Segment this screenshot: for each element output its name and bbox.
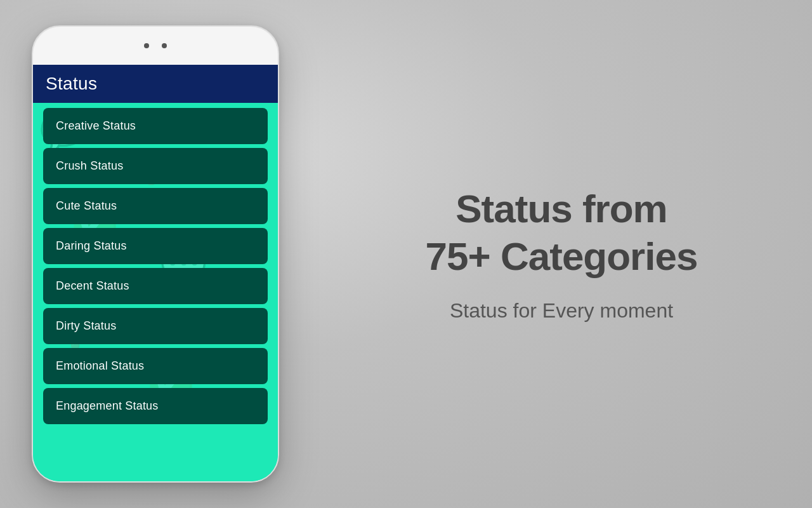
menu-item-3[interactable]: Daring Status bbox=[43, 228, 268, 264]
app-title: Status bbox=[46, 74, 97, 93]
menu-item-1[interactable]: Crush Status bbox=[43, 148, 268, 184]
menu-item-7[interactable]: Engagement Status bbox=[43, 388, 268, 424]
menu-list: Creative StatusCrush StatusCute StatusDa… bbox=[33, 103, 278, 429]
menu-item-2[interactable]: Cute Status bbox=[43, 188, 268, 224]
menu-item-4[interactable]: Decent Status bbox=[43, 268, 268, 304]
screen-content: 💬 ❓ ✅ 💬 ❓ ✅ Creative StatusCrush StatusC… bbox=[33, 103, 278, 481]
menu-item-6[interactable]: Emotional Status bbox=[43, 348, 268, 384]
right-content: Status from75+ Categories Status for Eve… bbox=[311, 160, 812, 348]
phone-wrapper: Status 💬 ❓ ✅ 💬 ❓ ✅ Creative StatusCrush … bbox=[0, 0, 311, 508]
camera-dot-right bbox=[162, 43, 167, 48]
menu-item-5[interactable]: Dirty Status bbox=[43, 308, 268, 344]
menu-item-0[interactable]: Creative Status bbox=[43, 108, 268, 144]
camera-dot-left bbox=[144, 43, 149, 48]
app-header: Status bbox=[33, 65, 278, 103]
phone-top-bar bbox=[33, 27, 278, 65]
phone-screen: Status 💬 ❓ ✅ 💬 ❓ ✅ Creative StatusCrush … bbox=[33, 65, 278, 481]
sub-headline: Status for Every moment bbox=[450, 299, 673, 323]
phone-device: Status 💬 ❓ ✅ 💬 ❓ ✅ Creative StatusCrush … bbox=[32, 25, 279, 483]
main-headline: Status from75+ Categories bbox=[426, 185, 698, 280]
